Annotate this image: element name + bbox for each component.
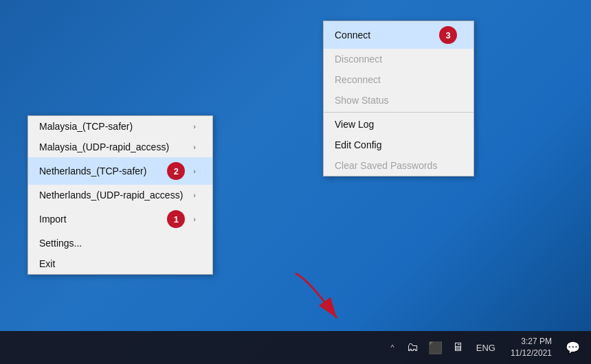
menu-item-disconnect[interactable]: Disconnect bbox=[324, 49, 473, 69]
menu-item-malaysia-tcp-label: Malaysia_(TCP-safer) bbox=[39, 121, 133, 132]
taskbar-notification-icon[interactable]: 💬 bbox=[563, 338, 583, 358]
taskbar-right: ^ 🗂 ⬛ 🖥 ENG 3:27 PM 11/12/2021 💬 bbox=[387, 336, 583, 359]
menu-item-edit-config-label: Edit Config bbox=[335, 139, 381, 150]
menu-item-clear-passwords-label: Clear Saved Passwords bbox=[335, 160, 437, 171]
taskbar: ^ 🗂 ⬛ 🖥 ENG 3:27 PM 11/12/2021 💬 bbox=[0, 331, 591, 364]
badge-2: 2 bbox=[167, 162, 185, 180]
menu-item-disconnect-label: Disconnect bbox=[335, 54, 382, 65]
menu-item-connect[interactable]: Connect 3 bbox=[324, 21, 473, 49]
menu-item-malaysia-tcp[interactable]: Malaysia_(TCP-safer) › bbox=[28, 116, 212, 137]
taskbar-icon-storage[interactable]: 🗂 bbox=[404, 338, 421, 357]
menu-item-view-log[interactable]: View Log bbox=[324, 114, 473, 135]
taskbar-clock[interactable]: 3:27 PM 11/12/2021 bbox=[505, 336, 557, 359]
menu-item-malaysia-udp[interactable]: Malaysia_(UDP-rapid_access) › bbox=[28, 137, 212, 157]
submenu-chevron: › bbox=[193, 143, 196, 151]
menu-item-exit-label: Exit bbox=[39, 258, 55, 269]
taskbar-icon-network[interactable]: 🖥 bbox=[449, 338, 467, 357]
menu-item-import[interactable]: Import 1 › bbox=[28, 205, 212, 233]
menu-item-exit[interactable]: Exit bbox=[28, 253, 212, 274]
menu-item-import-label: Import bbox=[39, 214, 67, 225]
taskbar-show-hidden-icons[interactable]: ^ bbox=[387, 341, 399, 354]
badge-1: 1 bbox=[167, 210, 185, 228]
submenu-chevron: › bbox=[193, 167, 196, 175]
menu-item-settings[interactable]: Settings... bbox=[28, 233, 212, 253]
menu-item-malaysia-udp-label: Malaysia_(UDP-rapid_access) bbox=[39, 141, 169, 152]
right-context-menu: Connect 3 Disconnect Reconnect Show Stat… bbox=[323, 21, 474, 177]
menu-item-settings-label: Settings... bbox=[39, 238, 82, 249]
menu-item-connect-label: Connect bbox=[335, 30, 370, 41]
menu-item-clear-passwords[interactable]: Clear Saved Passwords bbox=[324, 155, 473, 176]
menu-divider-1 bbox=[324, 112, 473, 113]
menu-item-netherlands-udp-label: Netherlands_(UDP-rapid_access) bbox=[39, 190, 183, 201]
menu-item-reconnect[interactable]: Reconnect bbox=[324, 69, 473, 90]
menu-item-show-status[interactable]: Show Status bbox=[324, 90, 473, 111]
arrow-annotation bbox=[289, 266, 371, 328]
taskbar-language[interactable]: ENG bbox=[472, 340, 500, 356]
taskbar-date: 11/12/2021 bbox=[511, 348, 552, 359]
menu-item-view-log-label: View Log bbox=[335, 119, 374, 130]
menu-item-reconnect-label: Reconnect bbox=[335, 74, 381, 85]
taskbar-icons: 🗂 ⬛ 🖥 bbox=[404, 338, 467, 358]
submenu-chevron: › bbox=[193, 191, 196, 199]
menu-item-edit-config[interactable]: Edit Config bbox=[324, 135, 473, 155]
submenu-chevron: › bbox=[193, 215, 196, 223]
taskbar-time: 3:27 PM bbox=[511, 336, 552, 348]
menu-item-show-status-label: Show Status bbox=[335, 95, 389, 106]
taskbar-icon-vpn[interactable]: ⬛ bbox=[425, 338, 445, 358]
left-context-menu: Malaysia_(TCP-safer) › Malaysia_(UDP-rap… bbox=[27, 115, 213, 275]
menu-item-netherlands-udp[interactable]: Netherlands_(UDP-rapid_access) › bbox=[28, 185, 212, 205]
menu-item-netherlands-tcp-label: Netherlands_(TCP-safer) bbox=[39, 166, 146, 177]
submenu-chevron: › bbox=[193, 122, 196, 130]
badge-3: 3 bbox=[439, 26, 457, 44]
menu-item-netherlands-tcp[interactable]: Netherlands_(TCP-safer) 2 › bbox=[28, 157, 212, 185]
